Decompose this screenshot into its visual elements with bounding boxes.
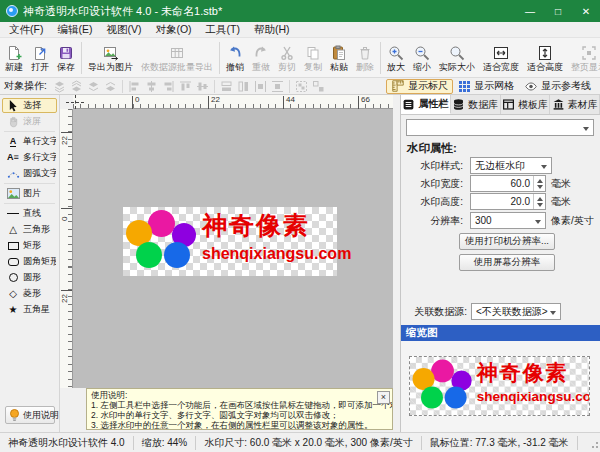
- delete-button[interactable]: 删除: [352, 39, 378, 76]
- align-right-icon[interactable]: [160, 79, 177, 94]
- open-button[interactable]: 打开: [27, 39, 53, 76]
- watermark-width-input[interactable]: 60.0: [470, 175, 546, 192]
- dpi-value: 300: [475, 215, 492, 226]
- menu-view[interactable]: 视图(V): [99, 22, 148, 38]
- tab-database[interactable]: 数据库: [451, 95, 501, 114]
- watermark-style-value: 无边框水印: [475, 159, 525, 173]
- copy-icon: [305, 43, 321, 61]
- maximize-button[interactable]: □: [544, 0, 572, 22]
- batch-export-button[interactable]: 依数据源批量导出: [137, 39, 217, 76]
- use-printer-dpi-button[interactable]: 使用打印机分辨率...: [459, 233, 555, 250]
- dpi-dropdown[interactable]: 300: [470, 212, 546, 229]
- align-top-icon[interactable]: [177, 79, 194, 94]
- instructions-line-2: 2. 水印中的单行文字、多行文字、圆弧文字对象均可以双击修改；: [91, 410, 388, 420]
- layer-backward-icon[interactable]: [102, 79, 119, 94]
- fit-height-button[interactable]: 适合高度: [523, 39, 567, 76]
- fit-width-button[interactable]: 适合宽度: [479, 39, 523, 76]
- show-guides-toggle[interactable]: 显示参考线: [519, 79, 596, 94]
- tool-circle[interactable]: 圆形: [2, 270, 57, 285]
- align-middle-icon[interactable]: [194, 79, 211, 94]
- tool-pan[interactable]: 滚屏: [2, 114, 57, 129]
- equal-height-icon[interactable]: [235, 79, 252, 94]
- redo-button[interactable]: 重做: [248, 39, 274, 76]
- save-button[interactable]: 保存: [53, 39, 79, 76]
- zoom-in-button[interactable]: 放大: [383, 39, 409, 76]
- tool-round-rect[interactable]: 圆角矩形: [2, 254, 57, 269]
- watermark-height-stepper[interactable]: [533, 194, 545, 209]
- layer-forward-icon[interactable]: [85, 79, 102, 94]
- help-button[interactable]: 使用说明: [5, 406, 55, 424]
- object-selector-dropdown[interactable]: [406, 119, 594, 136]
- watermark-height-input[interactable]: 20.0: [470, 193, 546, 210]
- step-down-icon[interactable]: [537, 185, 543, 189]
- close-button[interactable]: ✕: [572, 0, 600, 22]
- design-canvas[interactable]: 神奇像素 shenqixiangsu.com: [73, 109, 393, 388]
- tool-line[interactable]: 直线: [2, 206, 57, 221]
- copy-button[interactable]: 复制: [300, 39, 326, 76]
- align-center-icon[interactable]: [143, 79, 160, 94]
- export-image-button[interactable]: 导出为图片: [84, 39, 137, 76]
- tool-multi-text[interactable]: A≡ 多行文字: [2, 150, 57, 165]
- step-up-icon[interactable]: [537, 197, 543, 201]
- new-button[interactable]: 新建: [1, 39, 27, 76]
- tool-image[interactable]: 图片: [2, 186, 57, 201]
- tab-materials[interactable]: 素材库: [550, 95, 600, 114]
- fit-width-button-label: 适合宽度: [483, 62, 519, 72]
- layer-back-icon[interactable]: [68, 79, 85, 94]
- tool-star[interactable]: ★ 五角星: [2, 302, 57, 317]
- tool-rect[interactable]: 矩形: [2, 238, 57, 253]
- export-image-icon: [103, 43, 119, 61]
- tool-arc-text[interactable]: 圆弧文字: [2, 166, 57, 181]
- grid-icon: [458, 80, 471, 93]
- step-down-icon[interactable]: [537, 203, 543, 207]
- tab-properties[interactable]: 属性栏: [401, 95, 451, 114]
- menu-help[interactable]: 帮助(H): [247, 22, 297, 38]
- watermark-circle-blue: [164, 242, 190, 268]
- instructions-close-button[interactable]: ×: [377, 391, 390, 404]
- title-bar: 神奇透明水印设计软件 4.0 - 未命名1.stb* — □ ✕: [0, 0, 600, 22]
- cut-button[interactable]: 剪切: [274, 39, 300, 76]
- watermark-width-stepper[interactable]: [533, 176, 545, 191]
- equal-width-icon[interactable]: [218, 79, 235, 94]
- watermark-url-text[interactable]: shenqixiangsu.com: [202, 245, 351, 263]
- minimize-button[interactable]: —: [516, 0, 544, 22]
- watermark-style-dropdown[interactable]: 无边框水印: [470, 157, 552, 174]
- whole-page-button[interactable]: 整页显示: [567, 39, 600, 76]
- align-left-icon[interactable]: [126, 79, 143, 94]
- actual-size-button[interactable]: 实际大小: [435, 39, 479, 76]
- datasource-dropdown[interactable]: <不关联数据源>: [471, 303, 561, 320]
- show-ruler-toggle[interactable]: 显示标尺: [386, 79, 453, 94]
- tool-line-label: 直线: [23, 207, 41, 220]
- menu-edit[interactable]: 编辑(E): [50, 22, 99, 38]
- watermark-title-text: 神奇像素: [477, 360, 568, 384]
- zoom-out-button[interactable]: 缩小: [409, 39, 435, 76]
- tool-multi-text-label: 多行文字: [23, 151, 57, 164]
- undo-button[interactable]: 撤销: [222, 39, 248, 76]
- height-unit-label: 毫米: [551, 195, 571, 209]
- menu-object[interactable]: 对象(O): [148, 22, 198, 38]
- horizontal-ruler: 0 22 44 66: [73, 95, 393, 109]
- ungroup-icon[interactable]: [310, 79, 327, 94]
- step-up-icon[interactable]: [537, 179, 543, 183]
- watermark-title-text[interactable]: 神奇像素: [202, 211, 310, 239]
- use-screen-dpi-button[interactable]: 使用屏幕分辨率: [459, 254, 555, 271]
- group-icon[interactable]: [293, 79, 310, 94]
- tab-templates[interactable]: 模板库: [501, 95, 551, 114]
- resize-grip[interactable]: [590, 442, 598, 450]
- menu-tools[interactable]: 工具(T): [199, 22, 247, 38]
- distribute-h-icon[interactable]: [252, 79, 269, 94]
- tool-single-text[interactable]: A 单行文字: [2, 134, 57, 149]
- tool-select[interactable]: 选择: [2, 98, 57, 113]
- tool-triangle[interactable]: △ 三角形: [2, 222, 57, 237]
- paste-button[interactable]: 粘贴: [326, 39, 352, 76]
- palette-separator: [4, 183, 55, 184]
- open-button-label: 打开: [31, 62, 49, 72]
- watermark-object[interactable]: 神奇像素 shenqixiangsu.com: [123, 207, 337, 276]
- properties-panel: 属性栏 数据库 模板库 素材库 水印属性:: [400, 95, 600, 432]
- actual-size-button-label: 实际大小: [439, 62, 475, 72]
- tool-diamond[interactable]: ◇ 菱形: [2, 286, 57, 301]
- layer-front-icon[interactable]: [51, 79, 68, 94]
- show-grid-toggle[interactable]: 显示网格: [453, 79, 519, 94]
- distribute-v-icon[interactable]: [269, 79, 286, 94]
- menu-file[interactable]: 文件(F): [2, 22, 50, 38]
